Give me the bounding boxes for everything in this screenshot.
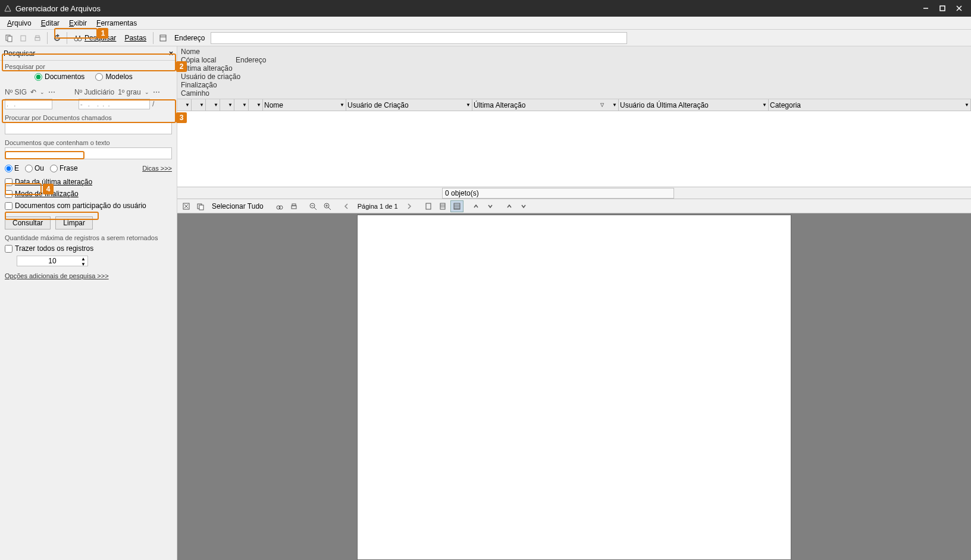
- selecionar-tudo-button[interactable]: Selecionar Tudo: [208, 202, 267, 210]
- procurar-docs-label: Procurar por Documentos chamados: [5, 114, 172, 121]
- details-final: Finalização: [181, 81, 234, 89]
- svg-rect-19: [199, 205, 203, 210]
- collapse-up-icon[interactable]: [469, 200, 483, 212]
- undo-icon[interactable]: ↶: [30, 88, 36, 96]
- chevron-down-icon[interactable]: ⌄: [40, 89, 45, 95]
- details-usucriacao: Usuário de criação: [181, 73, 234, 81]
- chk-trazer-todos[interactable]: [5, 245, 12, 253]
- details-nome: Nome: [181, 48, 234, 56]
- toolbar: Pesquisar Pastas Endereço: [0, 30, 971, 46]
- filter-col-2[interactable]: ▼: [192, 99, 206, 111]
- close-panel-icon[interactable]: ×: [169, 49, 173, 58]
- zoom-out-icon[interactable]: [306, 200, 320, 212]
- radio-e[interactable]: E: [5, 164, 19, 172]
- filter-usuario-ultima-alteracao[interactable]: Usuário da Última Alteração▼: [619, 99, 769, 111]
- maximize-button[interactable]: [934, 2, 951, 14]
- separator: [67, 32, 67, 44]
- document-viewer[interactable]: [177, 213, 971, 560]
- address-icon[interactable]: [156, 32, 170, 45]
- svg-rect-1: [940, 6, 945, 11]
- search-panel-title: Pesquisar: [4, 49, 35, 58]
- collapse-up-icon-2[interactable]: [503, 200, 516, 212]
- separator: [153, 32, 154, 44]
- pastas-button[interactable]: Pastas: [121, 32, 150, 45]
- menu-arquivo[interactable]: Arquivo: [2, 18, 36, 29]
- radio-documentos[interactable]: Documentos: [35, 73, 84, 81]
- viewer-toolbar: Selecionar Tudo Página 1 de 1: [177, 199, 971, 213]
- slash-label: /: [152, 100, 154, 108]
- expand-down-icon-2[interactable]: [517, 200, 530, 212]
- spin-down-icon[interactable]: ▼: [79, 262, 87, 267]
- results-list[interactable]: [177, 111, 971, 187]
- radio-frase[interactable]: Frase: [50, 164, 78, 172]
- svg-line-25: [314, 207, 317, 210]
- chk-data-label: Data da última alteração: [15, 178, 92, 186]
- details-caminho: Caminho: [181, 89, 234, 97]
- find-icon[interactable]: [273, 200, 286, 212]
- main-area: Nome Cópia localEndereço Última alteraçã…: [177, 46, 971, 560]
- refresh-icon[interactable]: [51, 32, 64, 45]
- procurar-docs-input[interactable]: [5, 122, 172, 134]
- copy-preview-icon[interactable]: [194, 200, 207, 212]
- more-icon[interactable]: ⋯: [48, 88, 55, 96]
- filter-usuario-criacao[interactable]: Usuário de Criação▼: [346, 99, 472, 111]
- qty-spinner[interactable]: 10 ▲▼: [17, 256, 88, 266]
- qty-max-label: Quantidade máxima de registros a serem r…: [5, 234, 172, 241]
- consultar-button[interactable]: Consultar: [5, 216, 51, 229]
- expand-down-icon[interactable]: [484, 200, 497, 212]
- badge-4: 4: [43, 184, 54, 194]
- svg-rect-8: [36, 36, 39, 37]
- badge-2: 2: [176, 61, 187, 72]
- svg-rect-23: [292, 204, 296, 206]
- more-icon[interactable]: ⋯: [153, 88, 160, 96]
- filter-col-4[interactable]: ▼: [220, 99, 234, 111]
- chk-part-label: Documentos com participação do usuário: [15, 202, 146, 210]
- filter-ultima-alteracao[interactable]: Última Alteração▽▼: [472, 99, 619, 111]
- filter-col-1[interactable]: ▼: [177, 99, 192, 111]
- chk-modo-final[interactable]: [5, 190, 12, 198]
- menu-exibir[interactable]: Exibir: [64, 18, 92, 29]
- address-input[interactable]: [211, 32, 627, 44]
- filter-col-5[interactable]: ▼: [234, 99, 249, 111]
- status-objects: 0 objeto(s): [442, 188, 674, 199]
- svg-rect-11: [76, 36, 77, 38]
- zoom-in-icon[interactable]: [321, 200, 334, 212]
- svg-rect-5: [8, 36, 12, 42]
- svg-point-21: [279, 206, 283, 209]
- filter-col-6[interactable]: ▼: [249, 99, 263, 111]
- opcoes-adicionais-link[interactable]: Opções adicionais de pesquisa >>>: [5, 272, 172, 279]
- status-row: 0 objeto(s): [177, 187, 971, 199]
- radio-modelos[interactable]: Modelos: [95, 73, 132, 81]
- filter-nome[interactable]: Nome▼: [263, 99, 346, 111]
- close-button[interactable]: [951, 2, 967, 14]
- njud-input[interactable]: [79, 99, 150, 109]
- dicas-link[interactable]: Dicas >>>: [142, 165, 172, 172]
- fit-actual-icon[interactable]: [450, 200, 463, 212]
- chk-data-ultima[interactable]: [5, 178, 12, 186]
- svg-rect-12: [79, 36, 80, 38]
- close-preview-icon[interactable]: [180, 200, 193, 212]
- copy-icon[interactable]: [2, 32, 15, 45]
- minimize-button[interactable]: [917, 2, 934, 14]
- filter-categoria[interactable]: Categoria▼: [769, 99, 971, 111]
- chevron-down-icon[interactable]: ⌄: [145, 89, 149, 95]
- print-icon[interactable]: [31, 32, 44, 45]
- fit-width-icon[interactable]: [422, 200, 435, 212]
- filter-col-3[interactable]: ▼: [206, 99, 220, 111]
- radio-ou[interactable]: Ou: [25, 164, 44, 172]
- chk-participacao[interactable]: [5, 202, 12, 210]
- prev-page-icon[interactable]: [340, 200, 353, 212]
- spin-up-icon[interactable]: ▲: [79, 256, 87, 262]
- fit-page-icon[interactable]: [436, 200, 449, 212]
- badge-3: 3: [176, 112, 187, 123]
- next-page-icon[interactable]: [403, 200, 416, 212]
- limpar-button[interactable]: Limpar: [55, 216, 93, 229]
- nsig-input[interactable]: [5, 99, 52, 109]
- docs-texto-input[interactable]: [5, 147, 172, 159]
- menu-ferramentas[interactable]: Ferramentas: [92, 18, 142, 29]
- menu-editar[interactable]: Editar: [36, 18, 64, 29]
- search-panel: Pesquisar × Pesquisar por Documentos Mod…: [0, 46, 177, 560]
- pesquisar-button[interactable]: Pesquisar: [70, 32, 120, 45]
- paste-icon[interactable]: [17, 32, 30, 45]
- print-preview-icon[interactable]: [287, 200, 300, 212]
